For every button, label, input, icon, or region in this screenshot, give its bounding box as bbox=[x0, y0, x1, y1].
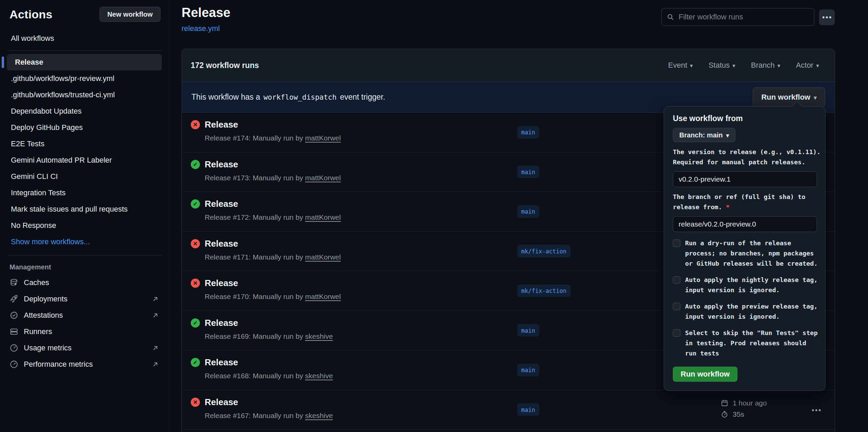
field-description: The branch or ref (full git sha) to rele… bbox=[673, 192, 823, 212]
calendar-icon bbox=[720, 399, 729, 407]
sidebar-item-performance-metrics[interactable]: Performance metrics bbox=[10, 356, 160, 372]
checkbox[interactable] bbox=[673, 329, 680, 337]
sidebar-workflow-item[interactable]: Mark stale issues and pull requests bbox=[10, 201, 160, 217]
workflow-options-kebab-button[interactable] bbox=[819, 10, 835, 25]
filter-dropdown-label: Branch bbox=[751, 61, 775, 70]
sidebar-workflow-item[interactable]: E2E Tests bbox=[10, 136, 160, 152]
run-actor-link[interactable]: skeshive bbox=[305, 412, 333, 419]
sidebar-workflow-item[interactable]: Gemini CLI CI bbox=[10, 168, 160, 185]
cache-icon bbox=[10, 278, 18, 287]
run-title-link[interactable]: Release bbox=[205, 278, 238, 288]
filter-dropdown[interactable]: Actor bbox=[796, 61, 819, 70]
branch-badge[interactable]: mk/fix-action bbox=[517, 284, 571, 297]
sidebar-divider bbox=[8, 50, 162, 51]
run-time: 1 hour ago bbox=[733, 399, 767, 407]
sidebar-workflow-item[interactable]: Integration Tests bbox=[10, 185, 160, 201]
sidebar-workflow-item[interactable]: Dependabot Updates bbox=[10, 103, 160, 119]
run-title-link[interactable]: Release bbox=[205, 397, 238, 408]
search-icon bbox=[666, 13, 675, 21]
sidebar-item-deployments[interactable]: Deployments bbox=[10, 291, 160, 307]
branch-badge[interactable]: main bbox=[517, 126, 539, 138]
meter-icon bbox=[10, 344, 18, 352]
filter-dropdown[interactable]: Branch bbox=[751, 61, 780, 70]
run-actor-link[interactable]: skeshive bbox=[305, 332, 333, 340]
field-input[interactable] bbox=[673, 216, 817, 232]
sidebar-workflow-item[interactable]: Deploy GitHub Pages bbox=[10, 119, 160, 136]
run-title-link[interactable]: Release bbox=[205, 159, 238, 170]
run-description: Release #170: Manually run by mattKorwel bbox=[205, 293, 341, 301]
checkbox[interactable] bbox=[673, 303, 680, 310]
actions-sidebar: Actions New workflow All workflows Relea… bbox=[0, 0, 169, 432]
actions-page: Actions New workflow All workflows Relea… bbox=[0, 0, 868, 432]
server-icon bbox=[10, 327, 18, 336]
filter-dropdown-label: Event bbox=[668, 61, 687, 70]
sidebar-workflow-item[interactable]: .github/workflows/pr-review.yml bbox=[10, 70, 160, 87]
sidebar-workflow-item[interactable]: Release bbox=[7, 54, 162, 70]
filter-dropdown[interactable]: Event bbox=[668, 61, 693, 70]
run-workflow-dropdown-button[interactable]: Run workflow bbox=[753, 87, 825, 107]
checkbox[interactable] bbox=[673, 239, 680, 247]
field-input[interactable] bbox=[673, 171, 817, 187]
checkbox[interactable] bbox=[673, 276, 680, 284]
sidebar-item-attestations[interactable]: Attestations bbox=[10, 307, 160, 323]
run-title-link[interactable]: Release bbox=[205, 357, 238, 368]
filter-dropdown[interactable]: Status bbox=[709, 61, 735, 70]
sidebar-item-usage-metrics[interactable]: Usage metrics bbox=[10, 340, 160, 356]
sidebar-workflow-item[interactable]: Show more workflows... bbox=[10, 234, 160, 250]
run-options-kebab-button[interactable] bbox=[807, 405, 826, 415]
sidebar-item-label: Caches bbox=[24, 278, 49, 287]
run-actor-link[interactable]: mattKorwel bbox=[305, 213, 341, 221]
run-status-icon bbox=[191, 120, 200, 129]
banner-text: This workflow has a bbox=[191, 93, 260, 102]
sidebar-item-caches[interactable]: Caches bbox=[10, 275, 160, 291]
popover-title: Use workflow from bbox=[673, 114, 823, 123]
branch-badge[interactable]: main bbox=[517, 403, 539, 416]
filter-dropdown-label: Status bbox=[709, 61, 730, 70]
filter-dropdown-label: Actor bbox=[796, 61, 813, 70]
sidebar-item-label: Performance metrics bbox=[24, 360, 93, 369]
sidebar-workflow-item[interactable]: .github/workflows/trusted-ci.yml bbox=[10, 87, 160, 103]
run-title-link[interactable]: Release bbox=[205, 238, 238, 249]
branch-badge[interactable]: main bbox=[517, 364, 539, 376]
run-title-link[interactable]: Release bbox=[205, 119, 238, 130]
run-status-icon bbox=[191, 239, 200, 248]
checkbox-label: Run a dry-run of the release process; no… bbox=[685, 238, 820, 269]
chevron-down-icon bbox=[778, 61, 781, 70]
sidebar-item-label: Usage metrics bbox=[24, 344, 72, 352]
sidebar-workflow-item[interactable]: No Response bbox=[10, 217, 160, 234]
branch-badge[interactable]: main bbox=[517, 166, 539, 178]
sidebar-item-all-workflows[interactable]: All workflows bbox=[10, 32, 160, 45]
sidebar-workflow-item[interactable]: Gemini Automated PR Labeler bbox=[10, 152, 160, 168]
run-workflow-popover: Use workflow from Branch: main The versi… bbox=[664, 106, 826, 391]
external-link-icon bbox=[152, 344, 159, 352]
sidebar-item-runners[interactable]: Runners bbox=[10, 323, 160, 340]
run-status-icon bbox=[191, 199, 200, 209]
branch-select-button[interactable]: Branch: main bbox=[673, 128, 735, 142]
run-title-link[interactable]: Release bbox=[205, 318, 238, 328]
branch-badge[interactable]: main bbox=[517, 324, 539, 337]
run-actor-link[interactable]: mattKorwel bbox=[305, 134, 341, 142]
filter-workflow-runs-input[interactable] bbox=[679, 13, 809, 21]
workflow-file-link[interactable]: release.yml bbox=[182, 24, 220, 33]
branch-badge[interactable]: mk/fix-action bbox=[517, 245, 571, 257]
run-actor-link[interactable]: mattKorwel bbox=[305, 174, 341, 182]
field-description-text: The branch or ref (full git sha) to rele… bbox=[673, 193, 805, 211]
new-workflow-button[interactable]: New workflow bbox=[100, 7, 160, 22]
runs-list-header: 172 workflow runs Event Status bbox=[182, 49, 835, 82]
kebab-icon bbox=[826, 16, 828, 18]
external-link-icon bbox=[152, 361, 159, 368]
run-status-icon bbox=[191, 160, 200, 169]
banner-text: event trigger. bbox=[340, 93, 385, 102]
run-actor-link[interactable]: mattKorwel bbox=[305, 293, 341, 300]
branch-badge[interactable]: main bbox=[517, 205, 539, 218]
run-meta: 1 hour ago 35s bbox=[720, 398, 767, 420]
run-workflow-submit-button[interactable]: Run workflow bbox=[673, 367, 737, 382]
run-description: Release #167: Manually run by skeshive bbox=[205, 412, 333, 420]
run-actor-link[interactable]: skeshive bbox=[305, 372, 333, 380]
run-description: Release #172: Manually run by mattKorwel bbox=[205, 213, 341, 221]
external-link-icon bbox=[152, 295, 159, 303]
run-actor-link[interactable]: mattKorwel bbox=[305, 253, 341, 261]
popover-checkbox-row: Auto apply the nightly release tag, inpu… bbox=[673, 275, 823, 295]
field-description: The version to release (e.g., v0.1.11). … bbox=[673, 147, 823, 167]
run-title-link[interactable]: Release bbox=[205, 199, 238, 209]
